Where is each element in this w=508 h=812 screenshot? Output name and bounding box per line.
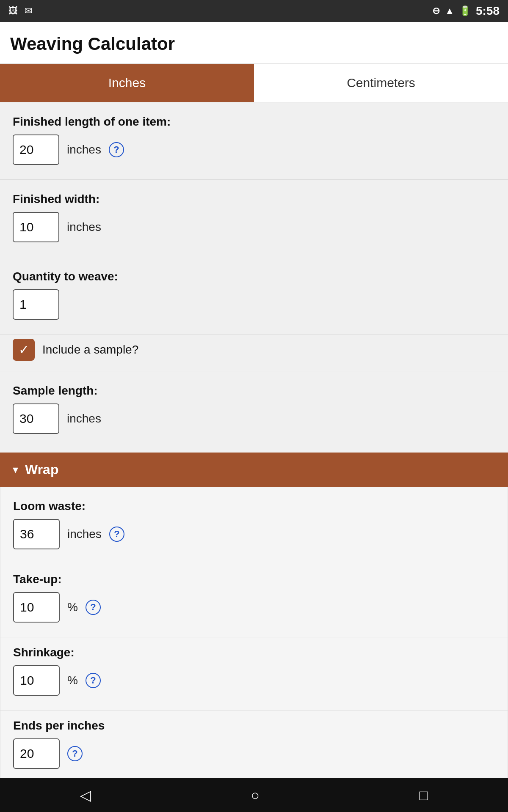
wrap-chevron-icon: ▾ bbox=[13, 463, 18, 476]
ends-per-inches-input[interactable] bbox=[13, 738, 60, 769]
finished-length-unit: inches bbox=[67, 143, 101, 156]
shrinkage-label: Shrinkage: bbox=[13, 646, 495, 659]
clock: 5:58 bbox=[476, 4, 500, 18]
loom-waste-label: Loom waste: bbox=[13, 499, 495, 513]
finished-length-help-icon[interactable]: ? bbox=[109, 142, 124, 157]
status-bar: 🖼 ✉ ⊖ ▲ 🔋 5:58 bbox=[0, 0, 508, 22]
ends-per-inches-label: Ends per inches bbox=[13, 719, 495, 732]
wrap-title: Wrap bbox=[25, 462, 58, 477]
ends-per-inches-section: Ends per inches ? bbox=[0, 710, 508, 783]
shrinkage-row: % ? bbox=[13, 665, 495, 696]
recents-button[interactable]: □ bbox=[420, 787, 428, 804]
sample-length-section: Sample length: inches bbox=[0, 371, 508, 448]
back-button[interactable]: ◁ bbox=[80, 787, 91, 804]
take-up-row: % ? bbox=[13, 592, 495, 623]
mail-icon: ✉ bbox=[25, 5, 32, 16]
quantity-section: Quantity to weave: bbox=[0, 257, 508, 334]
centimeters-tab[interactable]: Centimeters bbox=[254, 64, 508, 102]
quantity-label: Quantity to weave: bbox=[13, 270, 495, 283]
finished-length-section: Finished length of one item: inches ? bbox=[0, 102, 508, 179]
loom-waste-row: inches ? bbox=[13, 519, 495, 549]
image-icon: 🖼 bbox=[8, 5, 18, 16]
finished-width-input[interactable] bbox=[13, 212, 59, 242]
take-up-input[interactable] bbox=[13, 592, 60, 623]
unit-toggle: Inches Centimeters bbox=[0, 64, 508, 102]
include-sample-checkbox[interactable]: ✓ bbox=[13, 339, 35, 361]
shrinkage-section: Shrinkage: % ? bbox=[0, 637, 508, 710]
quantity-row bbox=[13, 289, 495, 320]
ends-per-inches-help-icon[interactable]: ? bbox=[67, 746, 83, 761]
finished-length-input[interactable] bbox=[13, 134, 59, 165]
loom-waste-help-icon[interactable]: ? bbox=[109, 527, 124, 542]
finished-width-section: Finished width: inches bbox=[0, 180, 508, 257]
battery-icon: 🔋 bbox=[459, 5, 471, 16]
finished-width-row: inches bbox=[13, 212, 495, 242]
ends-per-inches-row: ? bbox=[13, 738, 495, 769]
wrap-header[interactable]: ▾ Wrap bbox=[0, 453, 508, 487]
sample-length-input[interactable] bbox=[13, 403, 59, 434]
shrinkage-help-icon[interactable]: ? bbox=[86, 673, 101, 688]
app-title: Weaving Calculator bbox=[10, 34, 175, 54]
finished-width-label: Finished width: bbox=[13, 192, 495, 206]
sample-length-row: inches bbox=[13, 403, 495, 434]
loom-waste-section: Loom waste: inches ? bbox=[0, 491, 508, 564]
finished-length-label: Finished length of one item: bbox=[13, 115, 495, 129]
minus-circle-icon: ⊖ bbox=[432, 5, 440, 16]
loom-waste-unit: inches bbox=[67, 527, 102, 541]
shrinkage-unit: % bbox=[67, 674, 78, 687]
inches-tab[interactable]: Inches bbox=[0, 64, 254, 102]
finished-width-unit: inches bbox=[67, 220, 101, 234]
take-up-help-icon[interactable]: ? bbox=[86, 600, 101, 615]
sample-length-label: Sample length: bbox=[13, 384, 495, 398]
loom-waste-input[interactable] bbox=[13, 519, 60, 549]
shrinkage-input[interactable] bbox=[13, 665, 60, 696]
take-up-unit: % bbox=[67, 601, 78, 614]
wifi-icon: ▲ bbox=[445, 5, 454, 16]
quantity-input[interactable] bbox=[13, 289, 59, 320]
include-sample-label: Include a sample? bbox=[42, 343, 138, 357]
checkmark-icon: ✓ bbox=[19, 343, 29, 356]
take-up-label: Take-up: bbox=[13, 573, 495, 586]
content: Inches Centimeters Finished length of on… bbox=[0, 64, 508, 812]
finished-length-row: inches ? bbox=[13, 134, 495, 165]
take-up-section: Take-up: % ? bbox=[0, 564, 508, 637]
status-bar-right: ⊖ ▲ 🔋 5:58 bbox=[432, 4, 500, 18]
bottom-nav: ◁ ○ □ bbox=[0, 778, 508, 812]
include-sample-row: ✓ Include a sample? bbox=[0, 335, 508, 371]
wrap-body: Loom waste: inches ? Take-up: % ? Shrink… bbox=[0, 487, 508, 788]
sample-length-unit: inches bbox=[67, 412, 101, 425]
status-bar-left: 🖼 ✉ bbox=[8, 5, 32, 16]
home-button[interactable]: ○ bbox=[251, 787, 260, 804]
app-header: Weaving Calculator bbox=[0, 22, 508, 64]
